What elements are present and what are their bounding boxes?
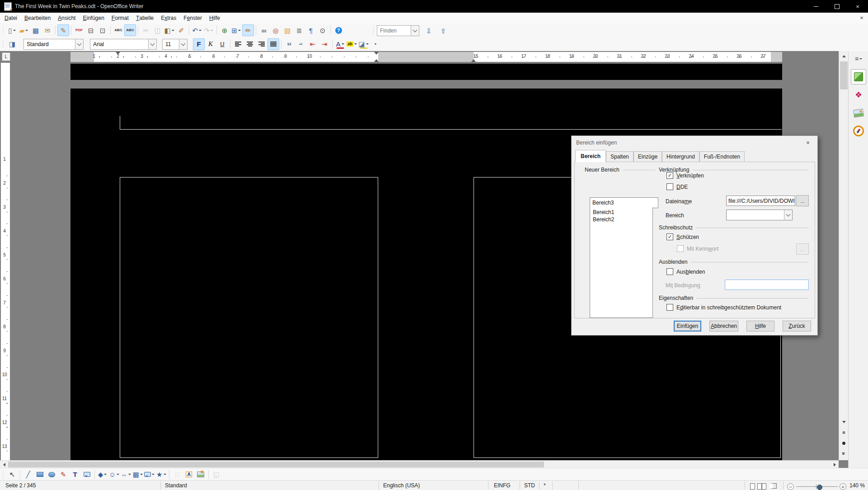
menu-fenster[interactable]: Fenster [180,13,206,23]
menu-ansicht[interactable]: Ansicht [54,13,79,23]
dropdown-arrow-icon[interactable] [238,25,241,36]
filename-browse-button[interactable]: ... [796,195,809,206]
vertical-scrollbar[interactable]: » » [839,51,849,460]
underline-button[interactable]: U [216,38,228,50]
stars-button[interactable]: ★ [155,469,167,481]
save-button[interactable]: ▦ [30,24,42,36]
vertical-ruler[interactable]: 12345678910111213 [1,63,10,460]
modified-status[interactable]: * [544,482,546,489]
text-frame-left[interactable] [120,177,378,458]
navigation-button[interactable] [839,438,849,448]
einfügen-button[interactable]: Einfügen [674,321,701,331]
paste-button[interactable]: ◧ [164,24,175,36]
callouts-button[interactable] [144,469,155,481]
multi-page-view-button[interactable] [757,483,762,490]
find-dropdown-button[interactable] [411,26,419,36]
menu-extras[interactable]: Extras [157,13,180,23]
scroll-down-button[interactable] [839,418,849,426]
section-list-item[interactable]: Bereich2 [590,216,652,223]
formatting-marks-button[interactable]: ¶ [305,24,317,36]
abbrechen-button[interactable]: Abbrechen [709,321,738,331]
selection-mode-status[interactable]: STD [524,482,535,489]
dropdown-arrow-icon[interactable] [210,25,214,36]
toolbar-grip[interactable] [2,40,5,48]
hide-checkbox[interactable]: Ausblenden [666,268,705,275]
background-color-button[interactable]: ◪ [358,38,370,50]
text-animation-button[interactable] [81,469,93,481]
menu-tabelle[interactable]: Tabelle [132,13,157,23]
font-name-combo[interactable]: Arial [90,39,157,50]
styles-window-button[interactable]: ◨ [6,38,18,50]
toolbar-grip[interactable] [2,471,5,479]
dropdown-arrow-icon[interactable] [198,25,202,36]
picture-from-file-button[interactable] [195,469,206,481]
select-button[interactable]: ↖ [6,469,18,481]
zoom-button[interactable]: ⊙ [317,24,328,36]
toolbar-grip[interactable] [372,27,375,35]
horizontal-scroll-thumb[interactable] [8,462,544,467]
single-page-view-button[interactable] [750,483,755,490]
right-indent-marker[interactable] [374,52,379,57]
page-number-status[interactable]: Seite 2 / 345 [5,482,36,489]
maximize-button[interactable] [826,0,847,13]
menu-datei[interactable]: Datei [1,13,21,23]
flowchart-button[interactable]: ▦ [132,469,144,481]
line-button[interactable]: ╱ [22,469,34,481]
edit-file-button[interactable]: ✎ [57,24,69,36]
dialog-title-bar[interactable]: Bereich einfügen × [572,136,817,149]
page-preview-button[interactable]: ⊡ [97,24,108,36]
align-center-button[interactable] [244,38,256,50]
font-color-button[interactable]: A [334,38,346,50]
dropdown-arrow-icon[interactable] [163,469,167,480]
toolbar-options-button[interactable]: ▾ [370,38,381,50]
find-previous-button[interactable]: ⇧ [437,25,449,37]
link-checkbox[interactable]: ✓ Verknüpfen [666,172,704,179]
justify-button[interactable] [267,38,279,50]
dropdown-arrow-icon[interactable] [116,469,120,480]
horizontal-ruler[interactable]: 1234567891015161718192021222324252627 [70,52,782,62]
section-list-item[interactable]: Bereich1 [590,209,652,216]
sidebar-tab-properties[interactable] [851,69,866,84]
tab-stop-type-button[interactable]: L [2,52,10,61]
dropdown-arrow-icon[interactable] [151,469,155,480]
menu-bearbeiten[interactable]: Bearbeiten [21,13,54,23]
page-style-status[interactable]: Standard [165,482,187,489]
navigator-button[interactable]: ◎ [270,24,282,36]
freeform-line-button[interactable]: ✎ [57,469,69,481]
highlighting-button[interactable]: ab [346,38,358,50]
dropdown-arrow-icon[interactable] [128,469,131,480]
decrease-indent-button[interactable]: ⇤ [307,38,319,50]
font-name-dropdown[interactable] [148,39,156,49]
linked-section-combo[interactable] [726,210,793,220]
font-size-dropdown[interactable] [179,39,187,49]
italic-button[interactable]: K [205,38,216,50]
align-left-button[interactable] [232,38,244,50]
scroll-up-button[interactable] [839,52,849,60]
menu-einfügen[interactable]: Einfügen [79,13,108,23]
minimize-button[interactable] [806,0,826,13]
zoom-slider-thumb[interactable] [817,485,822,490]
bold-button[interactable]: F [193,38,205,50]
scroll-left-button[interactable] [0,461,8,468]
undo-button[interactable]: ↶ [191,24,203,36]
dropdown-arrow-icon[interactable] [140,469,143,480]
sidebar-tab-styles[interactable]: ❖ [851,87,866,103]
condition-input[interactable] [725,280,809,290]
zoom-in-button[interactable]: + [840,483,846,490]
new-document-button[interactable]: ▯ [6,24,18,36]
export-pdf-button[interactable]: PDF [73,24,85,36]
paragraph-style-dropdown[interactable] [75,39,83,49]
numbered-list-button[interactable]: 12 [283,38,295,50]
dialog-tab-einzüge[interactable]: Einzüge [633,151,662,162]
protect-checkbox[interactable]: ✓ Schützen [666,233,699,240]
ellipse-button[interactable] [46,469,57,481]
basic-shapes-button[interactable]: ◆ [97,469,108,481]
menu-format[interactable]: Format [108,13,132,23]
autospellcheck-button[interactable]: ABC [124,24,136,36]
data-sources-button[interactable]: ≣ [293,24,305,36]
sidebar-tab-gallery[interactable] [851,105,866,121]
increase-indent-button[interactable]: ⇥ [319,38,330,50]
spellcheck-button[interactable]: ABC [113,24,124,36]
scroll-right-button[interactable] [831,461,839,468]
dialog-close-button[interactable]: × [802,138,814,148]
